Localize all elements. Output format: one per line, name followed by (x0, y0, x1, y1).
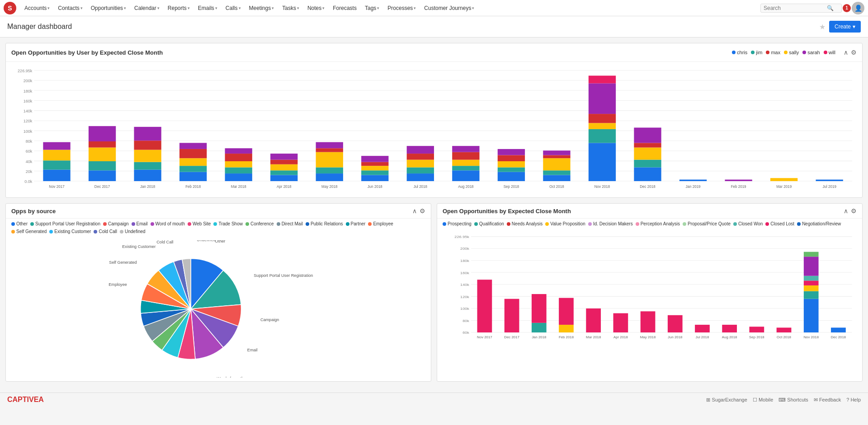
bar-segment[interactable] (589, 143, 616, 181)
bar-segment[interactable] (589, 123, 616, 129)
bar-segment[interactable] (89, 161, 116, 170)
bar-segment[interactable] (804, 257, 819, 276)
bar-segment[interactable] (725, 180, 752, 181)
bar-segment[interactable] (498, 168, 525, 172)
nav-emails[interactable]: Emails ▾ (194, 3, 221, 13)
bar-segment[interactable] (804, 291, 819, 299)
bar-segment[interactable] (452, 170, 479, 181)
bar-segment[interactable] (777, 327, 792, 332)
nav-calendar[interactable]: Calendar ▾ (131, 3, 163, 13)
nav-tags[interactable]: Tags ▾ (361, 3, 383, 13)
bar-segment[interactable] (634, 128, 661, 143)
footer-feedback[interactable]: ✉ Feedback (814, 397, 841, 403)
avatar[interactable]: 👤 (852, 2, 864, 14)
bar-segment[interactable] (452, 152, 479, 160)
bar-segment[interactable] (804, 252, 819, 257)
bar-segment[interactable] (316, 148, 343, 152)
bar-segment[interactable] (316, 152, 343, 168)
bar-segment[interactable] (134, 170, 161, 181)
bar-segment[interactable] (407, 154, 434, 160)
collapse-chart-3-button[interactable]: ∧ (844, 207, 848, 215)
bar-segment[interactable] (89, 148, 116, 161)
bar-segment[interactable] (634, 168, 661, 181)
footer-shortcuts[interactable]: ⌨ Shortcuts (778, 397, 808, 403)
bar-segment[interactable] (407, 160, 434, 168)
bar-segment[interactable] (589, 83, 616, 114)
bar-segment[interactable] (679, 180, 707, 181)
bar-segment[interactable] (89, 170, 116, 181)
bar-segment[interactable] (179, 172, 207, 181)
bar-segment[interactable] (804, 280, 819, 285)
bar-segment[interactable] (407, 173, 434, 181)
bar-segment[interactable] (543, 155, 570, 158)
settings-chart-1-button[interactable]: ⚙ (851, 49, 857, 56)
bar-segment[interactable] (452, 166, 479, 170)
collapse-chart-1-button[interactable]: ∧ (844, 49, 848, 56)
bar-segment[interactable] (89, 126, 116, 141)
bar-segment[interactable] (43, 142, 70, 150)
bar-segment[interactable] (668, 315, 683, 332)
bar-segment[interactable] (532, 294, 547, 323)
bar-segment[interactable] (634, 148, 661, 160)
bar-segment[interactable] (225, 154, 252, 161)
nav-reports[interactable]: Reports ▾ (164, 3, 193, 13)
bar-segment[interactable] (559, 298, 574, 325)
bar-segment[interactable] (452, 160, 479, 166)
bar-segment[interactable] (804, 285, 819, 291)
bar-segment[interactable] (361, 175, 388, 181)
bar-segment[interactable] (316, 168, 343, 174)
bar-segment[interactable] (316, 142, 343, 149)
bar-segment[interactable] (225, 161, 252, 168)
search-icon[interactable]: 🔍 (827, 5, 834, 11)
bar-segment[interactable] (831, 327, 846, 332)
create-button[interactable]: Create ▾ (829, 21, 861, 33)
bar-segment[interactable] (498, 149, 525, 155)
nav-tasks[interactable]: Tasks ▾ (278, 3, 303, 13)
bar-segment[interactable] (543, 158, 570, 170)
nav-notes[interactable]: Notes ▾ (304, 3, 328, 13)
bar-segment[interactable] (89, 141, 116, 148)
bar-segment[interactable] (179, 143, 207, 149)
nav-customer-journeys[interactable]: Customer Journeys ▾ (420, 3, 478, 13)
bar-segment[interactable] (452, 146, 479, 152)
bar-segment[interactable] (641, 311, 656, 332)
footer-mobile[interactable]: ☐ Mobile (753, 397, 773, 403)
bar-segment[interactable] (179, 158, 207, 166)
bar-segment[interactable] (270, 154, 297, 160)
bar-segment[interactable] (589, 76, 616, 84)
bar-segment[interactable] (225, 168, 252, 174)
bar-segment[interactable] (804, 276, 819, 281)
bar-segment[interactable] (498, 161, 525, 168)
bar-segment[interactable] (361, 166, 388, 170)
bar-segment[interactable] (498, 155, 525, 161)
bar-segment[interactable] (43, 160, 70, 169)
favorite-icon[interactable]: ★ (819, 23, 826, 31)
bar-segment[interactable] (361, 170, 388, 175)
bar-segment[interactable] (134, 150, 161, 162)
footer-sugar-exchange[interactable]: ⊞ SugarExchange (706, 397, 747, 403)
bar-segment[interactable] (134, 140, 161, 149)
settings-chart-2-button[interactable]: ⚙ (420, 207, 425, 215)
bar-segment[interactable] (589, 114, 616, 123)
bar-segment[interactable] (586, 308, 601, 332)
bar-segment[interactable] (722, 325, 737, 332)
bar-segment[interactable] (543, 170, 570, 175)
bar-segment[interactable] (589, 129, 616, 143)
bar-segment[interactable] (559, 325, 574, 332)
bar-segment[interactable] (225, 173, 252, 181)
footer-help[interactable]: ? Help (846, 397, 861, 402)
search-input[interactable] (764, 5, 827, 11)
bar-segment[interactable] (634, 160, 661, 168)
bar-segment[interactable] (179, 166, 207, 172)
nav-meetings[interactable]: Meetings ▾ (245, 3, 278, 13)
bar-segment[interactable] (613, 313, 628, 332)
nav-processes[interactable]: Processes ▾ (384, 3, 420, 13)
nav-calls[interactable]: Calls ▾ (222, 3, 245, 13)
bar-segment[interactable] (361, 156, 388, 162)
bar-segment[interactable] (134, 127, 161, 140)
bar-segment[interactable] (695, 325, 710, 332)
bar-segment[interactable] (225, 148, 252, 154)
bar-segment[interactable] (361, 162, 388, 166)
bar-segment[interactable] (270, 170, 297, 175)
bar-segment[interactable] (532, 323, 547, 332)
